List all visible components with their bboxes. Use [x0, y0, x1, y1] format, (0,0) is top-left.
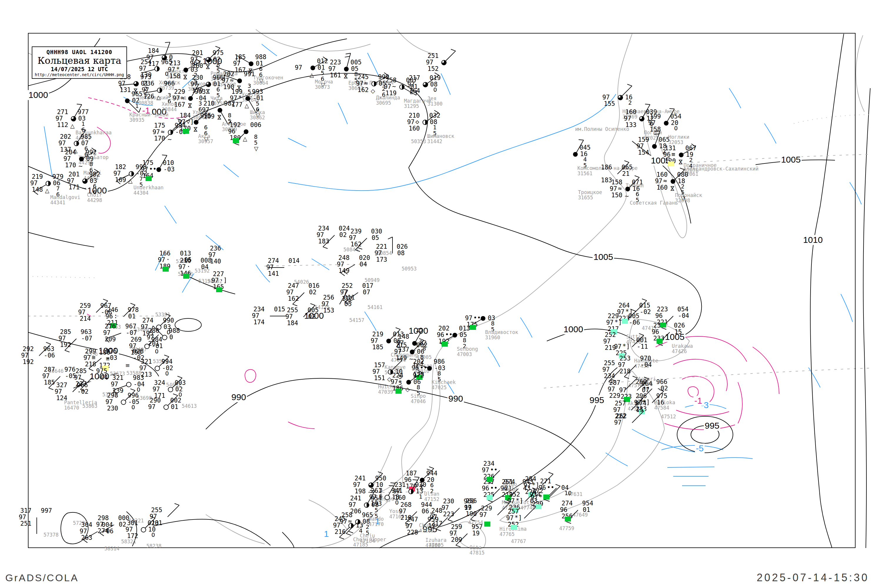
- station-pressure: 992: [86, 149, 97, 156]
- station-temp: 298: [98, 392, 118, 399]
- station-dewpoint: 184: [278, 320, 298, 326]
- station-temp: 298: [88, 515, 109, 521]
- station-temp: 276: [95, 323, 116, 330]
- station-visibility: 97: [609, 309, 624, 315]
- station-temp: 257: [498, 508, 519, 515]
- station-name: Oita 47815: [470, 545, 484, 555]
- station-temp: 199: [640, 113, 661, 120]
- weather-symbol: ≈: [663, 178, 667, 184]
- station-visibility: 97: [472, 512, 487, 518]
- station-visibility: 97: [364, 368, 380, 375]
- station-dewpoint: 174: [244, 319, 265, 326]
- station-dewpoint: 216: [325, 529, 346, 535]
- station-pressure: 930: [415, 482, 426, 488]
- station-dewpoint: 170: [145, 135, 165, 142]
- station-temp: 292: [13, 346, 34, 352]
- station-dewpoint: 162: [348, 87, 369, 93]
- precip-marker: [487, 477, 493, 482]
- station-temp: 247: [398, 516, 418, 523]
- station-dewpoint: 119: [376, 90, 397, 96]
- station-pressure: 065: [658, 136, 670, 143]
- station-visibility: 97: [258, 264, 274, 270]
- station-pressure: 996: [128, 392, 139, 399]
- station-temp: 158: [602, 179, 622, 186]
- station-dewpoint: 141: [258, 270, 279, 277]
- station-temp: 230: [434, 498, 454, 504]
- station-temp: 301: [118, 520, 138, 526]
- station-pressure: 011: [344, 294, 355, 301]
- station-pressure: 963: [43, 346, 54, 352]
- station-dewpoint: 169: [105, 177, 126, 183]
- station-visibility: 97: [201, 252, 216, 258]
- station-dewpoint: 183: [309, 238, 329, 244]
- station-dewpoint: 263: [72, 534, 92, 541]
- contour-label: -5: [695, 443, 705, 453]
- station-temp: 227: [204, 271, 224, 277]
- cloud-amounts: 8 5 ▽: [254, 134, 258, 152]
- station-visibility: 97: [309, 232, 324, 238]
- station-visibility: 97: [150, 256, 165, 263]
- station-pressure: 054: [677, 306, 688, 312]
- station-visibility: 96: [647, 312, 663, 319]
- station-temp: 216: [171, 257, 191, 264]
- station-visibility: 97: [204, 277, 219, 284]
- station-name: Urakawa 47426: [672, 344, 693, 354]
- pressure-tendency: 05: [344, 301, 352, 307]
- station-name: Акса 30957: [198, 134, 213, 144]
- station-visibility: 97: [22, 180, 38, 186]
- cloud-symbol: ~: [167, 136, 172, 142]
- station-temp: 274: [552, 500, 573, 507]
- weather-symbol: ·: [166, 256, 170, 263]
- contour-label: 1010: [802, 235, 824, 245]
- cloud-symbol: ⋈: [193, 127, 199, 132]
- station-name: Поронайск 32098: [675, 193, 702, 203]
- pressure-tendency: 01: [171, 404, 178, 410]
- station-temp: 175: [133, 160, 153, 166]
- weather-symbol: ≈: [161, 129, 165, 135]
- station-temp: 317: [11, 507, 32, 514]
- station-visibility: 97: [287, 64, 302, 71]
- station-pressure: 963: [81, 329, 92, 335]
- station-temp: 245: [348, 74, 369, 80]
- precip-marker: [442, 342, 448, 346]
- product-id: QHHH98 UAOL 141200: [32, 49, 126, 55]
- station-visibility: 97: [48, 115, 63, 122]
- station-pressure: 972: [413, 372, 424, 379]
- source-url: http://meteocenter.net/circ/UHHH.png: [32, 72, 126, 77]
- title-box: QHHH98 UAOL 141200 Кольцевая карта 14/07…: [32, 46, 127, 79]
- station-pressure: 054: [670, 113, 681, 120]
- contour-label: 990: [231, 392, 247, 402]
- station-visibility: 97: [34, 373, 50, 379]
- station-temp: 210: [399, 112, 420, 119]
- station-visibility: 97: [47, 388, 62, 395]
- station-temp: 175: [145, 122, 165, 129]
- station-dewpoint: 161: [321, 72, 341, 78]
- map-datetime: 14/07/2025 12 UTC: [32, 66, 126, 72]
- station-pressure: 986: [434, 358, 445, 365]
- station-visibility: 97: [418, 59, 434, 66]
- station-temp: 245: [325, 516, 346, 522]
- station-pressure: 080: [677, 171, 688, 178]
- station-pressure: 032: [429, 112, 440, 119]
- station-visibility: 97: [398, 523, 413, 529]
- station-dewpoint: 251: [11, 520, 32, 527]
- station-pressure: 984: [151, 336, 162, 343]
- pressure-tendency: 08: [397, 250, 405, 256]
- station-temp: 219: [363, 331, 383, 338]
- weather-symbol: ••: [445, 332, 453, 338]
- weather-symbol: *]: [626, 308, 633, 315]
- station-visibility: 97: [628, 143, 644, 149]
- station-temp: 256: [456, 498, 477, 504]
- station-visibility: 97: [363, 338, 378, 344]
- station-pressure: 026: [397, 243, 408, 250]
- station-temp: 217: [399, 75, 420, 81]
- station-visibility: 97: [329, 261, 344, 267]
- precip-marker: [216, 287, 222, 292]
- contour-label: -1: [693, 396, 703, 406]
- station-name: Шимановск 31442: [427, 134, 454, 144]
- contour-label: 1000: [28, 90, 49, 100]
- station-name: Mandalgovi 44341: [50, 195, 80, 205]
- station-temp: 255: [594, 360, 615, 366]
- station-temp: 290: [140, 397, 161, 404]
- station-visibility: 97: [13, 352, 28, 358]
